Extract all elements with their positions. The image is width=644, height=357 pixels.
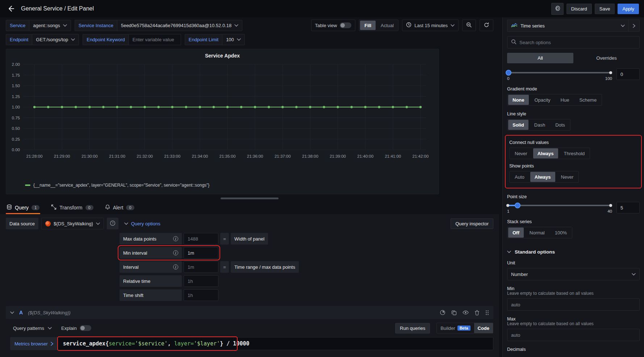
code-option[interactable]: Code <box>474 323 493 333</box>
relative-time-input[interactable]: 1h <box>184 275 218 287</box>
back-arrow-icon[interactable] <box>5 3 17 14</box>
query-code-input[interactable]: service_apdex{service='$service', layer=… <box>58 337 493 350</box>
svg-text:21:37:00: 21:37:00 <box>275 154 291 158</box>
svg-text:0.25: 0.25 <box>12 137 20 141</box>
endpoint-limit-dropdown[interactable]: 100 <box>222 34 245 45</box>
slider-track[interactable] <box>507 72 612 73</box>
collapse-sidebar-button[interactable] <box>628 20 639 31</box>
table-view-toggle[interactable]: Table view <box>311 20 356 31</box>
options-tabs: All Overrides <box>507 53 640 63</box>
radio-option-dots[interactable]: Dots <box>550 120 570 130</box>
endpoint-dropdown[interactable]: GET:/songs/top <box>32 34 79 45</box>
min-input[interactable]: auto <box>507 298 640 311</box>
duplicate-icon[interactable] <box>451 310 457 315</box>
data-source-help-button[interactable]: ? <box>107 218 118 229</box>
radio-option-never[interactable]: Never <box>556 172 579 182</box>
panel-options-sidebar: Time series All Overrides 0 100 0 Gradie… <box>503 17 644 357</box>
standard-options-header[interactable]: Standard options <box>507 249 640 255</box>
radio-option-always[interactable]: Always <box>533 148 558 158</box>
query-row-a[interactable]: A (${DS_SkyWalking}) <box>6 306 493 319</box>
radio-option-always[interactable]: Always <box>530 172 555 182</box>
svg-text:0.50: 0.50 <box>12 126 20 131</box>
radio-option-auto[interactable]: Auto <box>510 172 530 182</box>
builder-option[interactable]: Builder Beta <box>437 323 474 333</box>
search-options-input[interactable] <box>519 40 636 45</box>
toggle-off-icon[interactable] <box>80 325 91 331</box>
tab-transform[interactable]: Transform 0 <box>50 202 94 214</box>
history-icon[interactable] <box>440 310 446 315</box>
chevron-down-icon <box>96 222 100 225</box>
interval-input[interactable]: 1m <box>184 261 218 273</box>
max-data-points-input[interactable]: 1488 <box>184 233 218 245</box>
radio-option-off[interactable]: Off <box>508 228 524 238</box>
run-queries-button[interactable]: Run queries <box>395 323 430 333</box>
query-inspector-button[interactable]: Query inspector <box>451 218 493 229</box>
svg-text:21:29:00: 21:29:00 <box>54 154 70 158</box>
query-options-header[interactable]: Query options <box>121 218 448 229</box>
search-options-box[interactable] <box>507 36 640 48</box>
radio-option-fill[interactable]: Fill <box>360 21 376 30</box>
query-toolbar-row: Query patterns Explain Run queries Build… <box>6 323 493 333</box>
legend-label[interactable]: {__name__="service_apdex", layer="GENERA… <box>33 183 209 188</box>
max-data-points-label: Max data pointsi <box>120 233 182 245</box>
radio-option-dash[interactable]: Dash <box>529 120 550 130</box>
query-editor: Data source ${DS_SkyWalking} ? Query opt… <box>0 214 499 357</box>
min-interval-input[interactable]: 1m <box>184 247 218 259</box>
pane-divider[interactable] <box>499 17 503 357</box>
max-input[interactable]: auto <box>507 329 640 341</box>
slider-handle[interactable] <box>506 70 511 76</box>
connect-null-switch: NeverAlwaysThreshold <box>509 148 590 159</box>
time-shift-input[interactable]: 1h <box>184 289 218 301</box>
visualization-picker[interactable]: Time series <box>507 20 640 32</box>
chevron-down-icon <box>71 38 75 41</box>
chevron-down-icon <box>451 24 455 27</box>
radio-option-hue[interactable]: Hue <box>556 95 574 105</box>
radio-option-100-[interactable]: 100% <box>550 228 572 238</box>
apply-button[interactable]: Apply <box>618 4 639 14</box>
info-icon: i <box>173 264 178 269</box>
tab-overrides[interactable]: Overrides <box>573 53 640 63</box>
toggle-off-icon[interactable] <box>340 22 351 28</box>
endpoint-keyword-input[interactable] <box>129 34 181 45</box>
variable-endpoint-limit: Endpoint Limit 100 <box>185 34 245 45</box>
zoom-out-button[interactable] <box>462 20 476 31</box>
slider-track[interactable] <box>507 205 612 206</box>
point-size-value-input[interactable]: 5 <box>616 202 640 213</box>
chevron-down-icon[interactable] <box>617 25 628 27</box>
info-icon: i <box>173 250 178 255</box>
chevron-down-icon <box>10 311 14 314</box>
radio-option-opacity[interactable]: Opacity <box>530 95 556 105</box>
radio-option-normal[interactable]: Normal <box>524 228 550 238</box>
time-range-picker[interactable]: Last 15 minutes <box>402 20 459 31</box>
metrics-browser-button[interactable]: Metrics browser <box>10 337 58 350</box>
radio-option-none[interactable]: None <box>508 95 529 105</box>
svg-text:21:34:00: 21:34:00 <box>192 154 208 158</box>
data-source-picker[interactable]: ${DS_SkyWalking} <box>41 218 104 229</box>
radio-option-actual[interactable]: Actual <box>376 20 398 31</box>
drag-handle-icon[interactable] <box>485 310 489 315</box>
explain-toggle[interactable]: Explain <box>61 325 91 331</box>
gradient-mode-switch: NoneOpacityHueScheme <box>507 94 602 106</box>
unit-select[interactable]: Number <box>507 268 640 280</box>
tab-query[interactable]: Query 1 <box>6 202 40 214</box>
panel-settings-button[interactable] <box>551 3 564 15</box>
refresh-button[interactable] <box>480 20 493 31</box>
tab-alert[interactable]: Alert 0 <box>104 202 135 214</box>
query-patterns-dropdown[interactable]: Query patterns <box>10 323 55 333</box>
slider-handle[interactable] <box>515 203 520 208</box>
radio-option-never[interactable]: Never <box>510 148 532 158</box>
apdex-chart-svg: 0.000.250.500.751.001.251.501.752.0021:2… <box>6 59 438 181</box>
radio-option-threshold[interactable]: Threshold <box>559 148 590 158</box>
radio-option-solid[interactable]: Solid <box>508 120 528 130</box>
viz-name: Time series <box>520 23 545 29</box>
fill-opacity-value-input[interactable]: 0 <box>616 68 640 80</box>
equals-sign: = <box>220 233 229 245</box>
tab-all[interactable]: All <box>507 53 573 63</box>
radio-option-scheme[interactable]: Scheme <box>574 95 602 105</box>
eye-icon[interactable] <box>463 310 469 315</box>
service-dropdown[interactable]: agent::songs <box>29 20 71 31</box>
service-instance-dropdown[interactable]: 5eed0e5758a244aca6e7699415d360aa@10.52.0… <box>117 20 242 31</box>
trash-icon[interactable] <box>474 310 480 315</box>
save-button[interactable]: Save <box>595 4 615 14</box>
discard-button[interactable]: Discard <box>566 4 592 14</box>
